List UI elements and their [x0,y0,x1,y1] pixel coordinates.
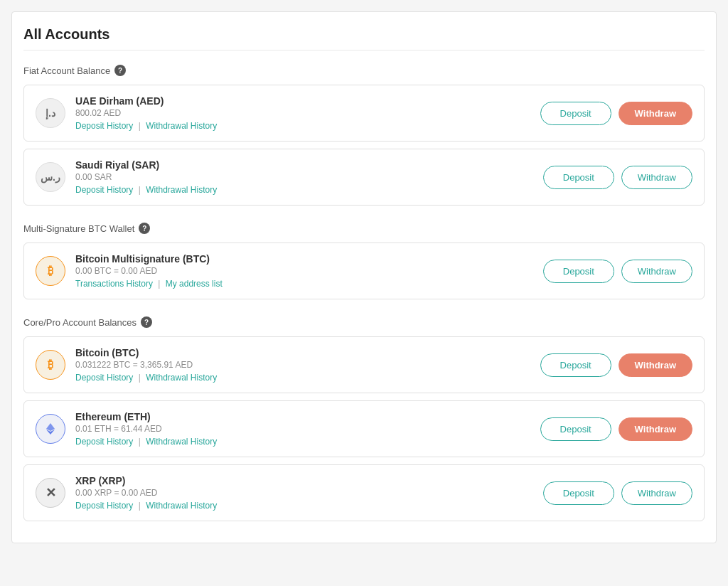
eth-icon [43,422,58,436]
eth-account-info: Ethereum (ETH) 0.01 ETH = 61.44 AED Depo… [75,411,540,447]
btc-core-account-balance: 0.031222 BTC = 3,365.91 AED [75,360,540,370]
btc-core-account-info: Bitcoin (BTC) 0.031222 BTC = 3,365.91 AE… [75,347,540,383]
aed-deposit-button[interactable]: Deposit [540,102,611,125]
fiat-help-icon[interactable]: ? [114,65,126,76]
aed-withdraw-button[interactable]: Withdraw [619,102,692,125]
fiat-section-header: Fiat Account Balance ? [23,65,705,76]
sar-deposit-button[interactable]: Deposit [543,166,614,189]
page-title: All Accounts [23,26,705,50]
btc-multi-deposit-button[interactable]: Deposit [543,260,614,283]
aed-account-info: UAE Dirham (AED) 800.02 AED Deposit Hist… [75,95,540,131]
eth-account-links: Deposit History | Withdrawal History [75,437,540,447]
xrp-deposit-button[interactable]: Deposit [543,481,614,505]
aed-account-balance: 800.02 AED [75,108,540,118]
btc-multi-account-links: Transactions History | My address list [75,279,543,289]
account-card-xrp: ✕ XRP (XRP) 0.00 XRP = 0.00 AED Deposit … [23,464,705,521]
sar-account-info: Saudi Riyal (SAR) 0.00 SAR Deposit Histo… [75,159,543,195]
xrp-account-links: Deposit History | Withdrawal History [75,501,543,511]
aed-withdrawal-history-link[interactable]: Withdrawal History [146,121,217,131]
aed-account-links: Deposit History | Withdrawal History [75,121,540,131]
xrp-withdrawal-history-link[interactable]: Withdrawal History [146,501,217,511]
btc-core-account-links: Deposit History | Withdrawal History [75,373,540,383]
btc-multi-currency-icon: ₿ [36,256,65,286]
svg-marker-0 [46,423,55,431]
sar-account-balance: 0.00 SAR [75,172,543,182]
account-card-btc-core: ₿ Bitcoin (BTC) 0.031222 BTC = 3,365.91 … [23,336,705,393]
eth-currency-icon [36,414,65,444]
sar-account-links: Deposit History | Withdrawal History [75,185,543,195]
account-card-aed: د.إ UAE Dirham (AED) 800.02 AED Deposit … [23,85,705,142]
aed-currency-icon: د.إ [36,98,65,128]
sar-withdrawal-history-link[interactable]: Withdrawal History [146,185,217,195]
btc-core-currency-icon: ₿ [36,350,65,380]
account-card-btc-multi: ₿ Bitcoin Multisignature (BTC) 0.00 BTC … [23,243,705,299]
xrp-account-actions: Deposit Withdraw [543,481,692,505]
btc-multi-link-separator: | [158,279,160,289]
aed-account-actions: Deposit Withdraw [540,102,692,125]
fiat-section-title: Fiat Account Balance [23,65,110,76]
eth-deposit-history-link[interactable]: Deposit History [75,437,133,447]
btc-multi-account-actions: Deposit Withdraw [543,260,692,283]
sar-withdraw-button[interactable]: Withdraw [621,166,692,189]
btc-core-link-separator: | [139,373,141,383]
xrp-withdraw-button[interactable]: Withdraw [621,481,692,505]
multisig-section-header: Multi-Signature BTC Wallet ? [23,223,705,234]
aed-link-separator: | [139,121,141,131]
btc-core-account-actions: Deposit Withdraw [540,353,692,377]
sar-account-actions: Deposit Withdraw [543,166,692,189]
btc-core-deposit-history-link[interactable]: Deposit History [75,373,133,383]
eth-account-actions: Deposit Withdraw [540,417,692,441]
btc-multi-transactions-history-link[interactable]: Transactions History [75,279,153,289]
btc-multi-address-list-link[interactable]: My address list [166,279,223,289]
core-help-icon[interactable]: ? [141,316,152,328]
eth-account-name: Ethereum (ETH) [75,411,540,422]
xrp-account-name: XRP (XRP) [75,475,543,486]
eth-withdraw-button[interactable]: Withdraw [619,417,692,441]
xrp-account-balance: 0.00 XRP = 0.00 AED [75,488,543,498]
btc-core-withdraw-button[interactable]: Withdraw [619,353,692,377]
core-section-title: Core/Pro Account Balances [23,317,136,328]
multisig-section-title: Multi-Signature BTC Wallet [23,223,134,234]
sar-deposit-history-link[interactable]: Deposit History [75,185,133,195]
aed-deposit-history-link[interactable]: Deposit History [75,121,133,131]
eth-link-separator: | [139,437,141,447]
xrp-link-separator: | [139,501,141,511]
multisig-help-icon[interactable]: ? [139,223,150,234]
eth-deposit-button[interactable]: Deposit [540,417,611,441]
core-section-header: Core/Pro Account Balances ? [23,316,705,328]
btc-core-deposit-button[interactable]: Deposit [540,353,611,377]
eth-withdrawal-history-link[interactable]: Withdrawal History [146,437,217,447]
sar-currency-icon: ر.س [36,162,65,192]
btc-core-withdrawal-history-link[interactable]: Withdrawal History [146,373,217,383]
eth-account-balance: 0.01 ETH = 61.44 AED [75,424,540,434]
xrp-currency-icon: ✕ [36,478,65,508]
btc-multi-account-info: Bitcoin Multisignature (BTC) 0.00 BTC = … [75,253,543,289]
btc-core-account-name: Bitcoin (BTC) [75,347,540,358]
btc-multi-account-balance: 0.00 BTC = 0.00 AED [75,266,543,276]
btc-multi-withdraw-button[interactable]: Withdraw [621,260,692,283]
account-card-sar: ر.س Saudi Riyal (SAR) 0.00 SAR Deposit H… [23,149,705,206]
xrp-deposit-history-link[interactable]: Deposit History [75,501,133,511]
accounts-container: All Accounts Fiat Account Balance ? د.إ … [11,11,717,543]
sar-link-separator: | [139,185,141,195]
xrp-account-info: XRP (XRP) 0.00 XRP = 0.00 AED Deposit Hi… [75,475,543,511]
btc-multi-account-name: Bitcoin Multisignature (BTC) [75,253,543,265]
account-card-eth: Ethereum (ETH) 0.01 ETH = 61.44 AED Depo… [23,400,705,457]
aed-account-name: UAE Dirham (AED) [75,95,540,107]
sar-account-name: Saudi Riyal (SAR) [75,159,543,171]
